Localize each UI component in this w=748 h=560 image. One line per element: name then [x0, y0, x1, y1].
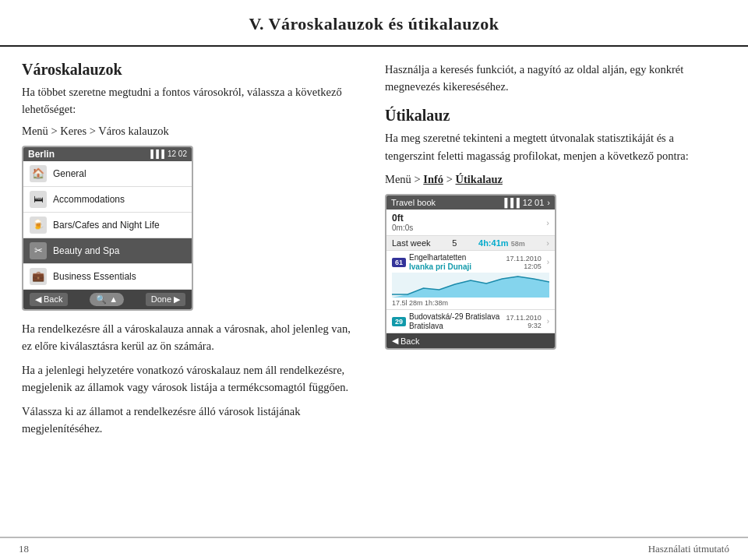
right-menu-path: Menü > Infó > Útikalauz: [385, 173, 726, 186]
travel-week-time-main: 4h:41m: [478, 238, 509, 248]
phone-menu-accommodations[interactable]: 🛏 Accommodations: [23, 187, 192, 213]
travel-week-time-sub: 58m: [511, 240, 525, 248]
phone-menu-beauty-label: Beauty and Spa: [53, 245, 119, 256]
menu-path-text: Menü > Keres > Város kalauzok: [22, 125, 169, 137]
travel-signal-icon: ▐▐▐: [501, 198, 519, 207]
phone-menu-bars[interactable]: 🍺 Bars/Cafes and Night Life: [23, 213, 192, 238]
left-column: Városkalauzok Ha többet szeretne megtudn…: [22, 61, 363, 444]
left-section-title: Városkalauzok: [22, 61, 363, 79]
phone-search-button[interactable]: 🔍 ▲: [90, 293, 124, 306]
left-body-text2: Ha a jelenlegi helyzetére vonatkozó váro…: [22, 361, 363, 396]
travel-phone-footer: ◀ Back: [386, 333, 555, 348]
travel-route1-stats: 17.5l 28m 1h:38m: [392, 299, 549, 307]
page-title: V. Városkalauzok és útikalauzok: [0, 0, 748, 47]
phone-header: Berlin ▐▐▐ 12 02: [23, 147, 192, 161]
travel-route2-chevron-icon: ›: [547, 317, 549, 326]
phone-done-arrow-icon: ▶: [174, 294, 180, 305]
phone-search-icon: 🔍 ▲: [96, 294, 118, 304]
travel-week-number: 5: [452, 238, 457, 248]
page-number: 18: [19, 543, 29, 555]
right-intro-text: Használja a keresés funkciót, a nagyító …: [385, 61, 726, 96]
travel-chevron-icon: ›: [547, 198, 550, 207]
travel-week-row: Last week 5 4h:41m 58m ›: [386, 236, 555, 251]
phone-back-button[interactable]: ◀ Back: [30, 293, 68, 306]
phone-menu-bars-icon: 🍺: [30, 217, 47, 234]
travel-route2-top: 29 Budovatská/-29 Bratislava Bratislava …: [392, 312, 549, 330]
travel-row-chevron-icon: ›: [546, 218, 549, 227]
phone-menu-business-icon: 💼: [30, 268, 47, 285]
svg-marker-0: [392, 276, 549, 298]
travel-header-time: 12 01: [523, 198, 545, 207]
phone-menu-business[interactable]: 💼 Business Essentials: [23, 264, 192, 290]
travel-route-2: 29 Budovatská/-29 Bratislava Bratislava …: [386, 310, 555, 333]
travel-phone-header: Travel book ▐▐▐ 12 01 ›: [386, 195, 555, 210]
phone-menu-bars-label: Bars/Cafes and Night Life: [53, 220, 160, 231]
utikalauz-title: Útikalauz: [385, 107, 726, 125]
right-menu-info: Infó: [423, 173, 443, 185]
travel-back-label: Back: [400, 336, 419, 346]
travel-route1-names: Engelhartatetten Ivanka pri Dunaji: [409, 253, 503, 271]
phone-back-label: Back: [44, 294, 62, 304]
travel-route1-chevron-icon: ›: [547, 258, 549, 266]
travel-route2-names: Budovatská/-29 Bratislava Bratislava: [409, 312, 503, 330]
travel-route2-badge: 29: [392, 317, 406, 326]
travel-route-1: 61 Engelhartatetten Ivanka pri Dunaji 17…: [386, 251, 555, 310]
travel-route2-time: 9:32: [506, 322, 542, 329]
left-menu-path: Menü > Keres > Város kalauzok: [22, 125, 363, 138]
left-intro-text: Ha többet szeretne megtudni a fontos vár…: [22, 83, 363, 118]
phone-signal-icon: ▐▐▐: [148, 150, 164, 158]
travel-header-title: Travel book: [391, 198, 436, 207]
travel-route1-top: 61 Engelhartatetten Ivanka pri Dunaji 17…: [392, 253, 549, 271]
page-footer: 18 Használati útmutató: [0, 537, 748, 560]
travel-route2-name1: Budovatská/-29 Bratislava: [409, 312, 503, 321]
travel-week-time: 4h:41m 58m: [478, 238, 525, 248]
travel-week-label: Last week: [392, 238, 431, 248]
phone-back-arrow-icon: ◀: [35, 294, 41, 305]
travel-row-distance: 0ft 0m:0s ›: [386, 210, 555, 236]
left-body-text1: Ha rendelkezésre áll a városkalauza anna…: [22, 320, 363, 355]
travel-route1-badge1: 61: [392, 258, 406, 267]
travel-distance-val: 0ft: [392, 213, 413, 224]
right-menu-sep: >: [443, 173, 455, 185]
route1-chart-svg: [392, 273, 549, 298]
travel-route2-date-block: 17.11.2010 9:32: [506, 314, 542, 329]
travel-route1-name1: Engelhartatetten: [409, 253, 503, 262]
phone-menu-business-label: Business Essentials: [53, 271, 136, 282]
travel-route1-time: 12:05: [506, 262, 542, 270]
phone-header-right: ▐▐▐ 12 02: [148, 150, 187, 158]
travel-header-right: ▐▐▐ 12 01 ›: [501, 198, 550, 207]
travel-time-val: 0m:0s: [392, 224, 413, 232]
phone-menu-accommodations-label: Accommodations: [53, 194, 125, 205]
travel-route1-chart: [392, 273, 549, 298]
phone-menu-general-label: General: [53, 168, 86, 179]
travel-back-arrow-icon: ◀: [392, 336, 398, 346]
left-phone-mockup: Berlin ▐▐▐ 12 02 🏠 General 🛏 Accommodati…: [22, 146, 193, 311]
phone-menu-general-icon: 🏠: [30, 165, 47, 182]
phone-city: Berlin: [28, 149, 55, 160]
travel-route2-name2: Bratislava: [409, 322, 503, 330]
travel-back-button[interactable]: ◀ Back: [392, 336, 549, 346]
travel-phone-mockup: Travel book ▐▐▐ 12 01 › 0ft 0m:0s › Last: [385, 194, 556, 350]
right-column: Használja a keresés funkciót, a nagyító …: [385, 61, 726, 444]
phone-time: 12 02: [168, 150, 187, 158]
utikalauz-text: Ha meg szeretné tekinteni a megtett útvo…: [385, 129, 726, 165]
phone-footer: ◀ Back 🔍 ▲ Done ▶: [23, 290, 192, 309]
phone-menu-beauty[interactable]: ✂ Beauty and Spa: [23, 238, 192, 264]
right-menu-prefix: Menü >: [385, 173, 423, 185]
phone-menu-general[interactable]: 🏠 General: [23, 161, 192, 187]
footer-right-text: Használati útmutató: [648, 543, 729, 555]
phone-menu-beauty-icon: ✂: [30, 242, 47, 259]
travel-week-chevron-icon: ›: [546, 238, 549, 248]
travel-route1-name2: Ivanka pri Dunaji: [409, 262, 503, 271]
phone-done-label: Done: [151, 294, 171, 304]
phone-done-button[interactable]: Done ▶: [146, 293, 185, 306]
right-menu-utikalauz: Útikalauz: [456, 173, 503, 185]
travel-route2-date: 17.11.2010: [506, 314, 542, 322]
left-body-text3: Válassza ki az államot a rendelkezésre á…: [22, 403, 363, 438]
travel-route1-date: 17.11.2010: [506, 255, 542, 262]
phone-menu-accommodations-icon: 🛏: [30, 191, 47, 208]
travel-route1-date-block: 17.11.2010 12:05: [506, 255, 542, 270]
